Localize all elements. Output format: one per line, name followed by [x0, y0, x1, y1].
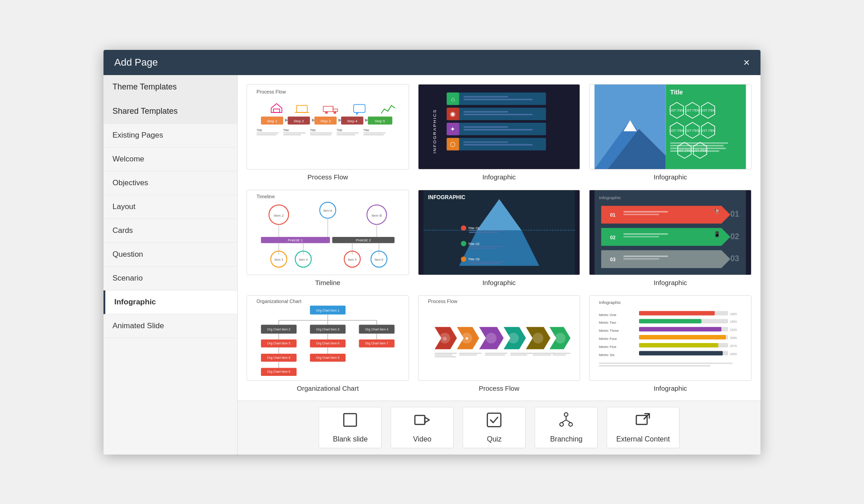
- template-card-timeline-1[interactable]: Timeline Item 2 Item A: [247, 190, 409, 286]
- svg-text:Org Chart Item 8: Org Chart Item 8: [267, 356, 291, 359]
- external-content-button[interactable]: External Content: [607, 407, 679, 448]
- svg-text:03: 03: [730, 254, 739, 263]
- svg-rect-59: [464, 126, 508, 128]
- svg-text:📱: 📱: [714, 231, 720, 237]
- template-card-infographic-green-1[interactable]: Title LIST ITEM LIST ITEM LIST ITEM: [589, 84, 752, 181]
- svg-rect-124: [469, 232, 498, 233]
- svg-text:PHASE 2: PHASE 2: [356, 238, 371, 242]
- svg-rect-137: [624, 211, 668, 212]
- svg-text:Org Chart Item 3: Org Chart Item 3: [316, 328, 340, 331]
- template-card-infographic-dark-1[interactable]: INFOGRAPHICS ⌂ ◉ ✦: [418, 84, 580, 181]
- sidebar-item-theme-templates[interactable]: Theme Templates: [104, 75, 237, 99]
- svg-text:Item 5: Item 5: [348, 258, 356, 261]
- svg-text:Title: Title: [363, 128, 369, 131]
- template-card-process-flow-1[interactable]: Process Flow: [247, 84, 409, 181]
- svg-point-198: [532, 333, 543, 343]
- svg-point-129: [461, 256, 466, 262]
- svg-rect-209: [510, 354, 527, 355]
- svg-rect-238: [639, 351, 723, 355]
- template-label-process-flow-1: Process Flow: [307, 173, 348, 181]
- template-preview-infographic-bars: Infographic Metric One 1900 Metric Two: [589, 295, 752, 381]
- quiz-label: Quiz: [487, 435, 502, 443]
- content-area: Process Flow: [238, 75, 760, 455]
- svg-rect-85: [670, 142, 729, 143]
- svg-text:Title 02: Title 02: [468, 241, 480, 245]
- svg-text:Item 2: Item 2: [274, 214, 284, 218]
- sidebar-item-scenario[interactable]: Scenario: [104, 267, 237, 290]
- template-label-infographic-green-1: Infographic: [654, 173, 687, 181]
- svg-text:Organizational Chart: Organizational Chart: [256, 298, 302, 303]
- blank-slide-button[interactable]: Blank slide: [319, 407, 382, 448]
- template-label-infographic-arrows-dark: Infographic: [654, 279, 687, 286]
- template-card-org-chart[interactable]: Organizational Chart Org Chart Item 1: [247, 295, 409, 392]
- sidebar-item-existing-pages[interactable]: Existing Pages: [104, 124, 237, 147]
- sidebar-item-layout[interactable]: Layout: [104, 195, 237, 219]
- svg-rect-226: [639, 327, 721, 331]
- sidebar-item-question[interactable]: Question: [104, 243, 237, 267]
- close-button[interactable]: ×: [743, 57, 750, 68]
- video-icon: [414, 412, 430, 432]
- svg-text:◉: ◉: [450, 110, 455, 117]
- svg-text:Title 03: Title 03: [468, 257, 480, 261]
- svg-point-121: [461, 225, 466, 231]
- svg-text:Title: Title: [337, 128, 342, 131]
- svg-rect-204: [459, 352, 481, 353]
- svg-text:01: 01: [610, 212, 616, 218]
- svg-text:PHASE 1: PHASE 1: [288, 238, 303, 242]
- svg-point-9: [333, 111, 336, 114]
- svg-text:LIST ITEM: LIST ITEM: [685, 109, 700, 112]
- template-card-infographic-bars[interactable]: Infographic Metric One 1900 Metric Two: [589, 295, 752, 392]
- sidebar-item-animated-slide[interactable]: Animated Slide: [104, 314, 237, 338]
- svg-rect-128: [469, 247, 495, 248]
- svg-text:Org Chart Item 1: Org Chart Item 1: [316, 308, 340, 312]
- svg-text:Title: Title: [670, 88, 684, 95]
- svg-rect-57: [464, 111, 508, 112]
- svg-text:Metric Three: Metric Three: [599, 329, 619, 333]
- svg-text:2070: 2070: [730, 344, 737, 347]
- svg-text:⬡: ⬡: [450, 140, 455, 147]
- external-content-icon: [635, 412, 651, 432]
- svg-rect-49: [448, 123, 546, 135]
- svg-text:Process Flow: Process Flow: [256, 89, 286, 94]
- sidebar-item-shared-templates[interactable]: Shared Templates: [104, 99, 237, 124]
- sidebar-item-objectives[interactable]: Objectives: [104, 171, 237, 195]
- svg-text:Org Chart Item 6: Org Chart Item 6: [267, 370, 291, 374]
- svg-text:Item 6: Item 6: [375, 258, 383, 261]
- svg-text:Timeline: Timeline: [256, 193, 275, 199]
- template-card-infographic-iceberg[interactable]: INFOGRAPHIC Title 01: [418, 190, 580, 286]
- video-label: Video: [413, 435, 432, 443]
- external-content-label: External Content: [616, 435, 670, 443]
- blank-slide-label: Blank slide: [333, 435, 368, 443]
- svg-text:Step 1: Step 1: [267, 119, 277, 123]
- svg-text:✦: ✦: [450, 125, 455, 132]
- template-preview-infographic-arrows-dark: Infographic 01 🔭: [589, 190, 752, 275]
- svg-marker-140: [601, 228, 730, 246]
- svg-rect-202: [435, 354, 453, 355]
- svg-rect-208: [510, 352, 532, 353]
- svg-rect-36: [310, 134, 331, 135]
- svg-text:2450: 2450: [730, 352, 737, 355]
- add-page-modal: Add Page × Theme Templates Shared Templa…: [104, 50, 760, 455]
- svg-text:Item A: Item A: [324, 209, 333, 212]
- template-card-process-flow-2[interactable]: Process Flow ◎ ★: [418, 295, 580, 392]
- svg-text:Metric Five: Metric Five: [599, 344, 616, 348]
- svg-text:Org Chart Item 2: Org Chart Item 2: [267, 328, 291, 331]
- quiz-button[interactable]: Quiz: [463, 407, 526, 448]
- svg-text:Metric Two: Metric Two: [599, 321, 616, 325]
- branching-button[interactable]: Branching: [535, 407, 598, 448]
- sidebar-item-cards[interactable]: Cards: [104, 219, 237, 243]
- svg-rect-148: [624, 258, 659, 259]
- video-button[interactable]: Video: [391, 407, 454, 448]
- sidebar-item-infographic[interactable]: Infographic: [104, 290, 237, 314]
- svg-line-251: [566, 420, 571, 423]
- svg-text:Org Chart Item 7: Org Chart Item 7: [365, 341, 388, 345]
- sidebar-item-welcome[interactable]: Welcome: [104, 147, 237, 171]
- template-card-infographic-arrows-dark[interactable]: Infographic 01 🔭: [589, 190, 752, 286]
- svg-rect-61: [464, 141, 508, 143]
- svg-text:Step 2: Step 2: [294, 119, 304, 123]
- svg-point-246: [564, 413, 568, 416]
- svg-rect-32: [256, 134, 277, 135]
- svg-rect-55: [464, 96, 508, 97]
- svg-rect-243: [415, 415, 425, 424]
- svg-rect-241: [599, 365, 710, 366]
